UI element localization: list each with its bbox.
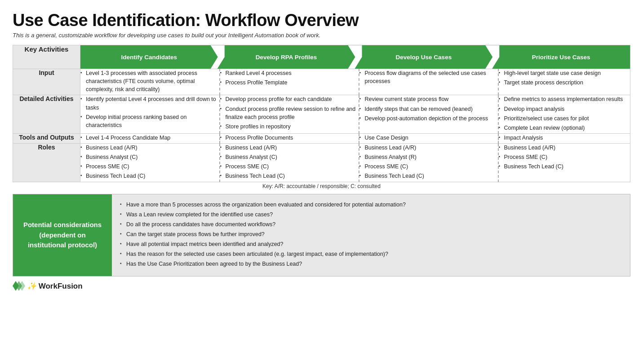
consideration-item: Have a more than 5 processes across the … bbox=[120, 201, 622, 209]
detailed-item: Review current state process flow bbox=[359, 95, 498, 103]
input-list-4: High-level target state use case design … bbox=[499, 69, 630, 87]
consideration-item: Was a Lean review completed for the iden… bbox=[120, 211, 622, 219]
role-item: Process SME (C) bbox=[359, 162, 498, 171]
role-item: Process SME (C) bbox=[80, 162, 219, 171]
role-item: Business Analyst (C) bbox=[220, 153, 359, 161]
input-item: Ranked Level 4 processes bbox=[220, 69, 359, 77]
roles-list-1: Business Lead (A/R) Business Analyst (C)… bbox=[80, 144, 219, 180]
input-cell-4: High-level target state use case design … bbox=[498, 69, 630, 95]
roles-list-4: Business Lead (A/R) Process SME (C) Busi… bbox=[499, 144, 630, 171]
role-item: Business Tech Lead (C) bbox=[220, 172, 359, 180]
roles-cell-4: Business Lead (A/R) Process SME (C) Busi… bbox=[498, 144, 630, 182]
role-item: Business Lead (A/R) bbox=[80, 144, 219, 152]
detailed-list-2: Develop process profile for each candida… bbox=[220, 95, 359, 131]
tools-cell-4: Impact Analysis bbox=[498, 133, 630, 143]
tools-list-2: Process Profile Documents bbox=[220, 134, 359, 142]
input-label: Input bbox=[13, 69, 80, 95]
tools-cell-3: Use Case Design bbox=[359, 133, 498, 143]
input-cell-1: Level 1-3 processes with associated proc… bbox=[80, 69, 220, 95]
tools-outputs-row: Tools and Outputs Level 1-4 Process Cand… bbox=[13, 133, 630, 143]
tools-cell-1: Level 1-4 Process Candidate Map bbox=[80, 133, 220, 143]
consideration-item: Have all potential impact metrics been i… bbox=[120, 240, 622, 248]
roles-list-3: Business Lead (A/R) Business Analyst (R)… bbox=[359, 144, 498, 180]
input-row: Input Level 1-3 processes with associate… bbox=[13, 69, 630, 95]
phase-prioritize: Prioritize Use Cases bbox=[492, 45, 630, 69]
input-item: Target state process description bbox=[499, 79, 630, 87]
role-item: Process SME (C) bbox=[220, 162, 359, 171]
consideration-item: Can the target state process flows be fu… bbox=[120, 230, 622, 238]
workfusion-logo-icon bbox=[13, 281, 25, 291]
role-item: Business Lead (A/R) bbox=[220, 144, 359, 152]
input-cell-2: Ranked Level 4 processes Process Profile… bbox=[220, 69, 359, 95]
tools-outputs-label: Tools and Outputs bbox=[13, 133, 80, 143]
consideration-item: Do all the process candidates have docum… bbox=[120, 220, 622, 228]
role-item: Business Analyst (R) bbox=[359, 153, 498, 161]
input-item: Level 1-3 processes with associated proc… bbox=[80, 69, 219, 93]
roles-label: Roles bbox=[13, 144, 80, 182]
detailed-item: Develop post-automation depiction of the… bbox=[359, 114, 498, 123]
role-item: Business Lead (A/R) bbox=[359, 144, 498, 152]
phase-develop-uc: Develop Use Cases bbox=[355, 45, 493, 69]
detailed-item: Identify potential Level 4 processes and… bbox=[80, 95, 219, 111]
role-item: Business Analyst (C) bbox=[80, 153, 219, 161]
detailed-activities-label: Detailed Activities bbox=[13, 95, 80, 134]
header-row: Key Activities Identify Candidates Devel… bbox=[13, 45, 630, 69]
considerations-list: Have a more than 5 processes across the … bbox=[120, 201, 622, 268]
roles-cell-3: Business Lead (A/R) Business Analyst (R)… bbox=[359, 144, 498, 182]
tools-item: Impact Analysis bbox=[499, 134, 630, 142]
role-item: Process SME (C) bbox=[499, 153, 630, 161]
input-list-2: Ranked Level 4 processes Process Profile… bbox=[220, 69, 359, 87]
roles-cell-1: Business Lead (A/R) Business Analyst (C)… bbox=[80, 144, 220, 182]
input-item: High-level target state use case design bbox=[499, 69, 630, 77]
input-item: Process Profile Template bbox=[220, 79, 359, 87]
key-note: Key: A/R: accountable / responsible; C: … bbox=[13, 183, 630, 189]
detailed-item: Conduct process profile review session t… bbox=[220, 105, 359, 121]
input-list-3: Process flow diagrams of the selected us… bbox=[359, 69, 498, 85]
role-item: Business Tech Lead (C) bbox=[499, 162, 630, 171]
detailed-list-3: Review current state process flow Identi… bbox=[359, 95, 498, 122]
detailed-item: Develop process profile for each candida… bbox=[220, 95, 359, 103]
consideration-item: Has the reason for the selected use case… bbox=[120, 250, 622, 258]
detailed-item: Develop impact analysis bbox=[499, 105, 630, 113]
tools-item: Level 1-4 Process Candidate Map bbox=[80, 134, 219, 142]
detailed-item: Develop initial process ranking based on… bbox=[80, 113, 219, 129]
detailed-item: Complete Lean review (optional) bbox=[499, 124, 630, 132]
input-item: Process flow diagrams of the selected us… bbox=[359, 69, 498, 85]
phase-identify: Identify Candidates bbox=[80, 45, 218, 69]
roles-row: Roles Business Lead (A/R) Business Analy… bbox=[13, 144, 630, 182]
detailed-item: Identify steps that can be removed (lean… bbox=[359, 105, 498, 113]
logo-text: ✨ WorkFusion bbox=[27, 281, 83, 291]
considerations-content: Have a more than 5 processes across the … bbox=[112, 194, 630, 276]
tools-cell-2: Process Profile Documents bbox=[220, 133, 359, 143]
detailed-cell-3: Review current state process flow Identi… bbox=[359, 95, 498, 134]
detailed-list-1: Identify potential Level 4 processes and… bbox=[80, 95, 219, 129]
detailed-item: Define metrics to assess implementation … bbox=[499, 95, 630, 103]
key-activities-label: Key Activities bbox=[13, 45, 80, 69]
roles-list-2: Business Lead (A/R) Business Analyst (C)… bbox=[220, 144, 359, 180]
logo-area: ✨ WorkFusion bbox=[13, 281, 630, 291]
consideration-item: Has the Use Case Prioritization been agr… bbox=[120, 260, 622, 268]
tools-list-4: Impact Analysis bbox=[499, 134, 630, 142]
workflow-table: Key Activities Identify Candidates Devel… bbox=[13, 45, 630, 182]
detailed-item: Prioritize/select use cases for pilot bbox=[499, 114, 630, 123]
role-item: Business Tech Lead (C) bbox=[359, 172, 498, 180]
detailed-cell-1: Identify potential Level 4 processes and… bbox=[80, 95, 220, 134]
tools-item: Process Profile Documents bbox=[220, 134, 359, 142]
detailed-list-4: Define metrics to assess implementation … bbox=[499, 95, 630, 132]
input-cell-3: Process flow diagrams of the selected us… bbox=[359, 69, 498, 95]
page-subtitle: This is a general, customizable workflow… bbox=[13, 32, 630, 39]
considerations-label: Potential considerations (dependent on i… bbox=[13, 194, 112, 276]
considerations-section: Potential considerations (dependent on i… bbox=[13, 194, 630, 277]
phase-develop-rpa: Develop RPA Profiles bbox=[217, 45, 355, 69]
input-list-1: Level 1-3 processes with associated proc… bbox=[80, 69, 219, 93]
role-item: Business Tech Lead (C) bbox=[80, 172, 219, 180]
tools-item: Use Case Design bbox=[359, 134, 498, 142]
role-item: Business Lead (A/R) bbox=[499, 144, 630, 152]
roles-cell-2: Business Lead (A/R) Business Analyst (C)… bbox=[220, 144, 359, 182]
detailed-item: Store profiles in repository bbox=[220, 123, 359, 131]
page-title: Use Case Identification: Workflow Overvi… bbox=[13, 11, 630, 30]
detailed-cell-4: Define metrics to assess implementation … bbox=[498, 95, 630, 134]
detailed-activities-row: Detailed Activities Identify potential L… bbox=[13, 95, 630, 134]
tools-list-1: Level 1-4 Process Candidate Map bbox=[80, 134, 219, 142]
phases-header: Identify Candidates Develop RPA Profiles… bbox=[80, 45, 630, 69]
